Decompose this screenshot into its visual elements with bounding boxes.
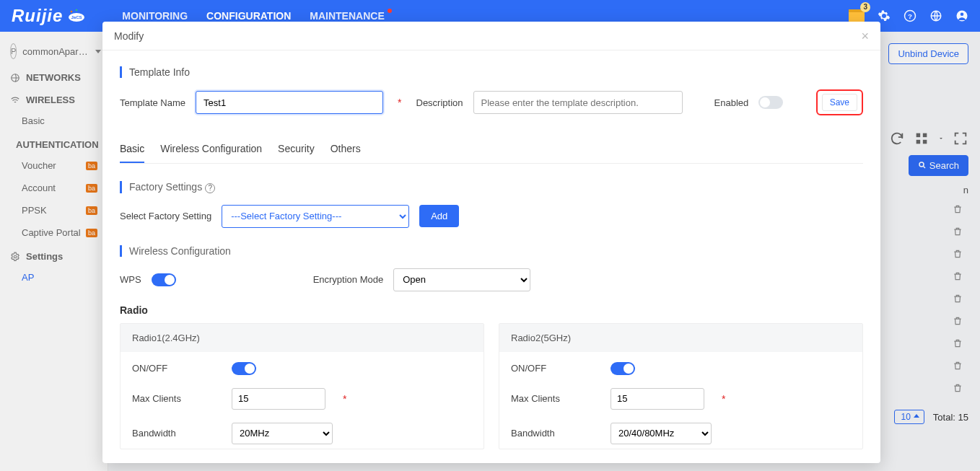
- modal-title: Modify: [114, 30, 144, 42]
- radio1-maxclients-input[interactable]: [232, 388, 325, 410]
- tab-security[interactable]: Security: [278, 136, 315, 163]
- sidebar-group-authentication[interactable]: AUTHENTICATION: [0, 132, 108, 154]
- grid-icon[interactable]: [914, 131, 929, 146]
- encryption-mode-select[interactable]: Open: [393, 268, 530, 291]
- page-size-selector[interactable]: 10: [894, 410, 924, 424]
- wps-toggle[interactable]: [152, 273, 176, 286]
- trash-icon[interactable]: [953, 271, 963, 283]
- fullscreen-icon[interactable]: [953, 131, 968, 146]
- tab-others[interactable]: Others: [331, 136, 361, 163]
- enabled-toggle[interactable]: [758, 96, 783, 109]
- svg-rect-16: [923, 140, 927, 144]
- sidebar-group-wireless[interactable]: WIRELESS: [0, 87, 108, 110]
- svg-point-2: [76, 9, 78, 12]
- radio1-maxclients-label: Max Clients: [132, 393, 219, 404]
- gear-icon[interactable]: [878, 9, 891, 22]
- notification-icon[interactable]: 3: [849, 9, 865, 22]
- sidebar-item-captive-portal[interactable]: Captive Portalba: [0, 221, 108, 244]
- nav-tab-maintenance-label: MAINTENANCE: [310, 10, 384, 22]
- sidebar-item-ppsk[interactable]: PPSKba: [0, 199, 108, 221]
- unbind-device-button[interactable]: Unbind Device: [888, 43, 968, 64]
- trash-icon[interactable]: [953, 383, 963, 395]
- radio2-bandwidth-select[interactable]: 20/40/80MHz: [611, 423, 712, 444]
- beta-badge-icon: ba: [86, 162, 97, 170]
- svg-rect-13: [916, 133, 921, 138]
- save-button[interactable]: Save: [822, 94, 857, 111]
- beta-badge-icon: ba: [86, 229, 97, 237]
- total-count: Total: 15: [933, 412, 968, 423]
- radio2-maxclients-label: Max Clients: [511, 393, 598, 404]
- nav-tab-monitoring[interactable]: MONITORING: [122, 10, 188, 22]
- radio1-bandwidth-select[interactable]: 20MHz: [232, 423, 333, 444]
- sidebar-item-label: Basic: [22, 115, 45, 126]
- modal-header: Modify ×: [102, 22, 880, 50]
- sidebar-item-basic[interactable]: Basic: [0, 110, 108, 132]
- sidebar-group-settings[interactable]: Settings: [0, 244, 108, 266]
- radio2-onoff-toggle[interactable]: [611, 362, 635, 375]
- sidebar-item-account[interactable]: Accountba: [0, 177, 108, 199]
- sidebar-label-authentication: AUTHENTICATION: [16, 139, 99, 150]
- trash-icon[interactable]: [953, 226, 963, 239]
- template-name-input[interactable]: [196, 91, 383, 114]
- chevron-down-icon[interactable]: [938, 131, 944, 146]
- svg-text:?: ?: [908, 12, 912, 20]
- select-factory-label: Select Factory Setting: [120, 211, 211, 221]
- trash-icon[interactable]: [953, 294, 963, 306]
- wifi-icon: [10, 95, 20, 105]
- required-indicator: *: [722, 393, 725, 405]
- wps-label: WPS: [120, 274, 141, 285]
- radio2-bandwidth-label: Bandwidth: [511, 428, 598, 439]
- svg-text:JaCS: JaCS: [71, 15, 82, 19]
- beta-badge-icon: ba: [86, 184, 97, 193]
- trash-icon[interactable]: [953, 249, 963, 261]
- section-title-factory-settings: Factory Settings?: [120, 181, 863, 193]
- alert-dot-icon: [388, 9, 392, 13]
- svg-point-12: [14, 255, 17, 258]
- encryption-mode-label: Encryption Mode: [313, 274, 384, 285]
- sidebar-label-wireless: WIRELESS: [26, 94, 75, 105]
- factory-setting-select[interactable]: ---Select Factory Setting---: [222, 205, 409, 228]
- globe-icon: [10, 73, 20, 83]
- user-icon[interactable]: [955, 9, 968, 22]
- chevron-down-icon: [95, 50, 101, 53]
- sidebar-item-label: PPSK: [22, 205, 47, 216]
- sidebar-label-settings: Settings: [26, 251, 63, 262]
- tab-wireless-configuration[interactable]: Wireless Configuration: [160, 136, 262, 163]
- factory-settings-label: Factory Settings: [129, 181, 202, 193]
- sidebar-item-label: Account: [22, 182, 56, 193]
- modify-modal: Modify × Template Info Template Name * D…: [102, 22, 880, 463]
- trash-icon[interactable]: [953, 316, 963, 328]
- section-title-wireless-config: Wireless Configuration: [120, 245, 863, 257]
- radio1-card: Radio1(2.4GHz) ON/OFF Max Clients * Ba: [120, 323, 484, 449]
- sidebar-group-networks[interactable]: NETWORKS: [0, 65, 108, 87]
- svg-point-3: [81, 11, 83, 13]
- description-input[interactable]: [473, 91, 683, 114]
- trash-icon[interactable]: [953, 361, 963, 373]
- svg-rect-15: [916, 140, 921, 144]
- project-icon: P: [10, 43, 17, 59]
- top-nav: MONITORING CONFIGURATION MAINTENANCE: [122, 10, 384, 22]
- refresh-icon[interactable]: [889, 131, 905, 146]
- description-label: Description: [416, 97, 463, 108]
- project-name: commonApar…: [22, 46, 87, 57]
- help-icon[interactable]: ?: [205, 183, 215, 193]
- nav-tab-maintenance[interactable]: MAINTENANCE: [310, 10, 384, 22]
- add-button[interactable]: Add: [419, 205, 459, 227]
- trash-icon[interactable]: [953, 338, 963, 351]
- sidebar-label-networks: NETWORKS: [26, 72, 81, 83]
- radio-section-title: Radio: [120, 304, 863, 316]
- radio2-maxclients-input[interactable]: [611, 388, 704, 410]
- radio1-onoff-toggle[interactable]: [232, 362, 256, 375]
- sidebar-item-voucher[interactable]: Voucherba: [0, 154, 108, 177]
- trash-icon[interactable]: [953, 204, 963, 216]
- modal-tabs: Basic Wireless Configuration Security Ot…: [120, 136, 863, 164]
- help-icon[interactable]: ?: [904, 9, 916, 22]
- nav-tab-configuration[interactable]: CONFIGURATION: [206, 10, 291, 22]
- tab-basic[interactable]: Basic: [120, 136, 144, 163]
- close-icon[interactable]: ×: [861, 30, 869, 43]
- search-button[interactable]: Search: [909, 155, 968, 176]
- sidebar-item-ap[interactable]: AP: [0, 266, 108, 289]
- project-selector[interactable]: P commonApar…: [0, 38, 108, 65]
- globe-icon[interactable]: [929, 9, 942, 22]
- radio2-card: Radio2(5GHz) ON/OFF Max Clients * Band: [499, 323, 863, 449]
